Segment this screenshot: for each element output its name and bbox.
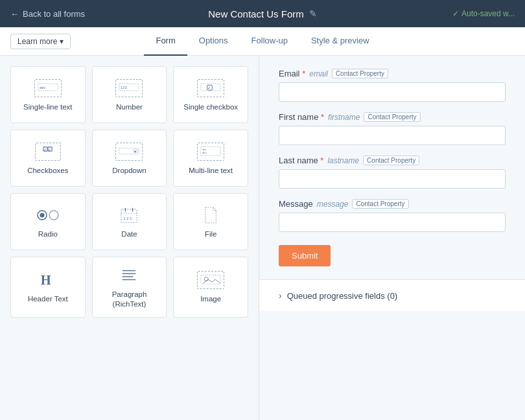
field-row-message: Message message Contact Property — [279, 199, 506, 232]
first-name-input[interactable] — [279, 126, 506, 145]
svg-point-31 — [204, 277, 208, 281]
autosave-status: ✓ Auto-saved w... — [452, 9, 515, 18]
learn-more-button[interactable]: Learn more ▾ — [10, 34, 71, 49]
back-to-forms-button[interactable]: ← Back to all forms — [10, 9, 85, 19]
field-label-row-message: Message message Contact Property — [279, 199, 506, 209]
submit-button[interactable]: Submit — [279, 245, 331, 266]
edit-title-icon[interactable]: ✎ — [309, 8, 317, 19]
main-layout: abc Single-line text 123 Number — [0, 56, 525, 420]
component-image[interactable]: Image — [173, 257, 248, 318]
last-name-contact-property-badge: Contact Property — [363, 156, 419, 165]
component-paragraph-richtext[interactable]: Paragraph (RichText) — [92, 257, 167, 318]
chevron-right-icon: › — [279, 290, 282, 301]
chevron-down-icon: ▾ — [60, 37, 64, 46]
component-single-line-text[interactable]: abc Single-line text — [10, 66, 86, 123]
component-dropdown[interactable]: ▾ Dropdown — [92, 130, 167, 187]
progressive-fields-section[interactable]: › Queued progressive fields (0) — [259, 279, 525, 311]
first-name-internal-name: firstname — [328, 113, 360, 122]
image-icon — [198, 271, 224, 289]
svg-text:1 2 3: 1 2 3 — [124, 216, 132, 220]
component-date[interactable]: 1 2 3 Date — [92, 193, 167, 250]
svg-text:abc: abc — [40, 85, 46, 89]
number-label: Number — [116, 102, 143, 112]
tab-style-preview[interactable]: Style & preview — [299, 27, 381, 56]
component-radio[interactable]: Radio — [10, 193, 86, 250]
paragraph-richtext-icon — [116, 266, 142, 285]
component-checkboxes[interactable]: ✓ ✓ Checkboxes — [10, 130, 86, 187]
message-internal-name: message — [317, 200, 349, 209]
topbar: ← Back to all forms New Contact Us Form … — [0, 0, 525, 27]
field-label-row-first-name: First name * firstname Contact Property — [279, 112, 506, 122]
checkboxes-label: Checkboxes — [27, 166, 68, 176]
single-checkbox-icon: ✓ — [198, 79, 224, 97]
svg-text:✓: ✓ — [208, 85, 212, 89]
first-name-field-label: First name * — [279, 112, 324, 122]
form-editor: Email * email Contact Property First nam… — [259, 56, 525, 420]
radio-icon — [35, 206, 61, 224]
nav-tabs-bar: Learn more ▾ Form Options Follow-up Styl… — [0, 27, 525, 56]
form-title: New Contact Us Form — [208, 8, 304, 19]
last-name-internal-name: lastname — [327, 156, 359, 165]
email-contact-property-badge: Contact Property — [332, 69, 388, 78]
svg-text:123: 123 — [121, 85, 128, 89]
date-label: Date — [121, 229, 137, 239]
svg-text:✓: ✓ — [43, 146, 47, 151]
single-checkbox-label: Single checkbox — [183, 102, 238, 112]
header-text-label: Header Text — [28, 294, 68, 304]
date-icon: 1 2 3 — [116, 206, 142, 224]
multiline-text-icon: abc abc — [198, 143, 224, 161]
message-field-label: Message — [279, 199, 313, 209]
email-field-label: Email * — [279, 69, 305, 78]
component-number[interactable]: 123 Number — [92, 66, 167, 123]
email-internal-name: email — [309, 69, 328, 78]
header-text-icon: H — [35, 271, 61, 289]
checkmark-icon: ✓ — [452, 9, 459, 18]
tab-form[interactable]: Form — [144, 27, 187, 56]
back-arrow-icon: ← — [10, 9, 19, 19]
single-line-text-label: Single-line text — [23, 102, 72, 112]
tab-options[interactable]: Options — [187, 27, 240, 56]
svg-text:✓: ✓ — [48, 146, 51, 151]
learn-more-label: Learn more — [18, 37, 57, 46]
component-multiline-text[interactable]: abc abc Multi-line text — [173, 130, 248, 187]
component-header-text[interactable]: H Header Text — [10, 257, 86, 318]
component-library: abc Single-line text 123 Number — [0, 56, 259, 420]
message-contact-property-badge: Contact Property — [352, 199, 408, 209]
field-label-row-email: Email * email Contact Property — [279, 69, 506, 78]
components-grid: abc Single-line text 123 Number — [10, 66, 248, 318]
title-area: New Contact Us Form ✎ — [208, 8, 317, 19]
component-single-checkbox[interactable]: ✓ Single checkbox — [173, 66, 248, 123]
last-name-field-label: Last name * — [279, 156, 323, 165]
field-label-row-last-name: Last name * lastname Contact Property — [279, 156, 506, 165]
single-line-text-icon: abc — [35, 79, 61, 97]
file-label: File — [205, 229, 217, 239]
email-input[interactable] — [279, 82, 506, 102]
paragraph-richtext-label: Paragraph (RichText) — [98, 290, 161, 309]
message-input[interactable] — [279, 213, 506, 232]
field-row-first-name: First name * firstname Contact Property — [279, 112, 506, 145]
dropdown-icon: ▾ — [116, 143, 142, 161]
field-row-last-name: Last name * lastname Contact Property — [279, 156, 506, 189]
svg-text:▾: ▾ — [135, 148, 137, 153]
field-row-email: Email * email Contact Property — [279, 69, 506, 102]
first-name-contact-property-badge: Contact Property — [364, 112, 420, 122]
last-name-input[interactable] — [279, 169, 506, 189]
dropdown-label: Dropdown — [112, 166, 146, 176]
svg-point-18 — [40, 213, 44, 217]
tab-follow-up[interactable]: Follow-up — [240, 27, 299, 56]
svg-text:abc: abc — [202, 151, 207, 154]
image-label: Image — [200, 294, 221, 304]
radio-label: Radio — [38, 229, 58, 239]
back-label: Back to all forms — [23, 9, 85, 19]
component-file[interactable]: File — [173, 193, 248, 250]
progressive-fields-label: Queued progressive fields (0) — [287, 291, 398, 301]
file-icon — [198, 206, 224, 224]
autosave-text: Auto-saved w... — [461, 9, 515, 18]
email-required-star: * — [302, 69, 305, 78]
form-fields-area: Email * email Contact Property First nam… — [259, 56, 525, 279]
last-name-required-star: * — [320, 156, 323, 165]
checkboxes-icon: ✓ ✓ — [35, 143, 61, 161]
multiline-text-label: Multi-line text — [189, 166, 233, 176]
first-name-required-star: * — [321, 112, 324, 122]
svg-text:H: H — [41, 274, 51, 288]
